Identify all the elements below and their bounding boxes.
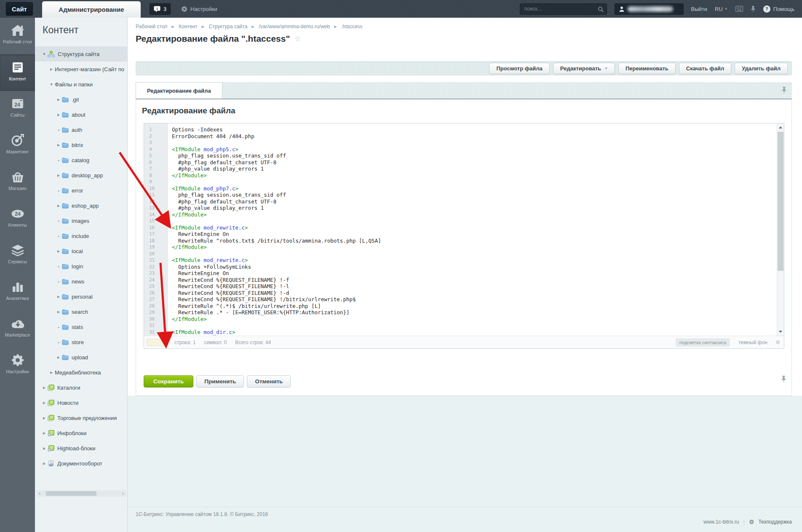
- tree-item[interactable]: ●images: [35, 213, 127, 228]
- user-menu-button[interactable]: [615, 3, 684, 15]
- logout-link[interactable]: Выйти: [691, 6, 708, 12]
- save-button[interactable]: Сохранить: [144, 375, 193, 388]
- expander-expand-icon[interactable]: ▶: [41, 431, 48, 435]
- rail-item-settings[interactable]: Настройки: [0, 348, 35, 384]
- edit-dropdown-button[interactable]: Редактировать▼: [553, 63, 615, 74]
- notifications-button[interactable]: i 3: [150, 3, 171, 15]
- tree-item[interactable]: ▶eshop_app: [35, 198, 127, 213]
- hotkeys-keyboard-icon[interactable]: [735, 6, 743, 12]
- site-tab[interactable]: Сайт: [6, 2, 33, 16]
- dark-background-toggle[interactable]: [776, 340, 780, 344]
- pin-icon[interactable]: [781, 86, 787, 95]
- expander-expand-icon[interactable]: ▶: [48, 67, 55, 71]
- expander-expand-icon[interactable]: ▶: [55, 98, 62, 102]
- view-file-button[interactable]: Просмотр файла: [489, 63, 549, 74]
- expander-expand-icon[interactable]: ▶: [55, 310, 62, 314]
- editor-scrollbar[interactable]: [777, 123, 784, 336]
- admin-tab[interactable]: Администрирование: [42, 1, 141, 18]
- tree-item[interactable]: ●error: [35, 183, 127, 198]
- tree-item[interactable]: ▼Файлы и папки: [35, 77, 127, 92]
- tree-item[interactable]: ▶personal: [35, 289, 127, 304]
- rail-item-services[interactable]: Сервисы: [0, 238, 35, 274]
- tree-item[interactable]: ▶Интернет-магазин (Сайт по: [35, 61, 127, 77]
- apply-button[interactable]: Применить: [196, 375, 244, 388]
- tree-item[interactable]: ▶Новости: [35, 395, 127, 410]
- language-selector[interactable]: RU ▼: [715, 6, 728, 12]
- breadcrumb-item[interactable]: Контент: [179, 24, 197, 29]
- rename-button[interactable]: Переименовать: [618, 63, 676, 74]
- expander-expand-icon[interactable]: ▶: [55, 143, 62, 147]
- pin-icon[interactable]: [781, 375, 786, 384]
- scroll-left-icon[interactable]: ‹: [37, 490, 43, 497]
- tree-item[interactable]: ●login: [35, 259, 127, 274]
- breadcrumb-item[interactable]: /var/www/ammina-demo.ru/web: [259, 24, 330, 29]
- rail-item-marketing[interactable]: Маркетинг: [0, 128, 35, 164]
- download-file-button[interactable]: Скачать файл: [679, 63, 731, 74]
- expander-collapse-icon[interactable]: ▼: [41, 52, 48, 56]
- tree-item[interactable]: ▶local: [35, 243, 127, 259]
- scroll-up-icon[interactable]: [777, 124, 784, 131]
- tree-item[interactable]: ▶bitrix: [35, 137, 127, 152]
- rail-item-analytics[interactable]: Аналитика: [0, 274, 35, 311]
- code-line: Options +FollowSymLinks: [172, 264, 784, 270]
- footer-support-link[interactable]: Техподдержка: [758, 519, 792, 525]
- expander-expand-icon[interactable]: ▶: [55, 204, 62, 208]
- expander-expand-icon[interactable]: ▶: [55, 113, 62, 117]
- scrollbar-thumb[interactable]: [46, 491, 96, 496]
- tree-item[interactable]: ●include: [35, 228, 127, 243]
- favorite-star-icon[interactable]: ☆: [294, 34, 301, 43]
- cancel-button[interactable]: Отменить: [247, 375, 291, 388]
- expander-collapse-icon[interactable]: ▼: [48, 83, 55, 86]
- search-input[interactable]: [520, 4, 607, 14]
- tree-item[interactable]: ▶desktop_app: [35, 168, 127, 183]
- rail-item-marketplace[interactable]: Marketplace: [0, 311, 35, 348]
- scrollbar-thumb[interactable]: [778, 132, 783, 271]
- tree-item[interactable]: ▶Каталоги: [35, 380, 127, 395]
- expander-expand-icon[interactable]: ▶: [41, 401, 48, 405]
- rail-item-shop[interactable]: Магазин: [0, 164, 35, 201]
- expander-expand-icon[interactable]: ▶: [41, 446, 48, 450]
- tree-item[interactable]: ▼Структура сайта: [35, 46, 127, 61]
- rail-item-clients[interactable]: 24 Клиенты: [0, 201, 35, 238]
- tree-item[interactable]: ●store: [35, 334, 127, 350]
- help-button[interactable]: ? Помощь: [763, 5, 794, 13]
- code-area[interactable]: Options -IndexesErrorDocument 404 /404.p…: [168, 123, 784, 336]
- tree-item[interactable]: ▶about: [35, 107, 127, 122]
- breadcrumb-item[interactable]: .htaccess: [341, 24, 363, 29]
- tree-item[interactable]: ▶Инфоблоки: [35, 425, 127, 441]
- scroll-down-icon[interactable]: [777, 328, 784, 335]
- footer-site-link[interactable]: www.1c-bitrix.ru: [703, 519, 739, 525]
- expander-expand-icon[interactable]: ▶: [41, 416, 48, 420]
- syntax-highlight-toggle[interactable]: подсветка синтаксиса: [676, 338, 730, 347]
- rail-item-content[interactable]: Контент: [0, 54, 35, 91]
- search-icon[interactable]: [598, 6, 604, 14]
- expander-expand-icon[interactable]: ▶: [55, 356, 62, 359]
- breadcrumb-item[interactable]: Структура сайта: [209, 24, 248, 29]
- delete-file-button[interactable]: Удалить файл: [735, 63, 788, 74]
- tree-item[interactable]: ▶Документооборот: [35, 456, 127, 471]
- expander-expand-icon[interactable]: ▶: [48, 371, 55, 374]
- expander-expand-icon[interactable]: ▶: [55, 295, 62, 299]
- rail-item-sites[interactable]: 24 Сайты: [0, 91, 35, 128]
- tree-item[interactable]: ●news: [35, 274, 127, 289]
- expander-expand-icon[interactable]: ▶: [41, 462, 48, 465]
- topbar-settings-button[interactable]: Настройки: [181, 0, 217, 18]
- expander-expand-icon[interactable]: ▶: [41, 386, 48, 390]
- scroll-right-icon[interactable]: ›: [120, 490, 126, 497]
- tab-edit-file[interactable]: Редактирование файла: [136, 82, 222, 99]
- tree-item[interactable]: ●auth: [35, 122, 127, 137]
- expander-expand-icon[interactable]: ▶: [55, 249, 62, 253]
- tree-item[interactable]: ▶Highload-блоки: [35, 441, 127, 456]
- tree-horizontal-scrollbar[interactable]: ‹ ›: [37, 490, 126, 497]
- pin-icon[interactable]: [751, 5, 756, 12]
- breadcrumb-item[interactable]: Рабочий стол: [136, 24, 167, 29]
- tree-item[interactable]: ▶Медиабиблиотека: [35, 365, 127, 380]
- expander-expand-icon[interactable]: ▶: [55, 174, 62, 177]
- rail-item-desktop[interactable]: Рабочий стол: [0, 18, 35, 54]
- tree-item[interactable]: ▶.git: [35, 92, 127, 107]
- tree-item[interactable]: ▶Торговые предложения: [35, 410, 127, 425]
- tree-item[interactable]: ●catalog: [35, 152, 127, 168]
- tree-item[interactable]: ▶search: [35, 304, 127, 319]
- tree-item[interactable]: ●stats: [35, 319, 127, 334]
- tree-item[interactable]: ▶upload: [35, 350, 127, 365]
